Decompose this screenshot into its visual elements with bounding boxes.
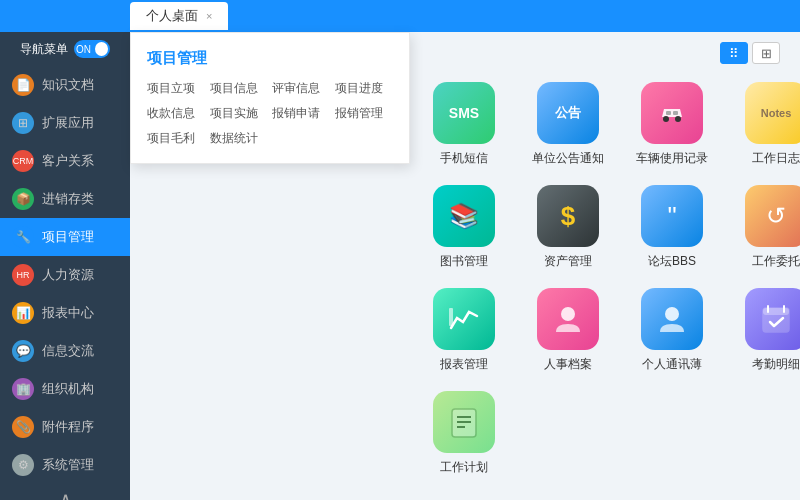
sidebar-collapse-arrow[interactable]: ∧ [0,484,130,500]
app-contacts-label: 个人通讯薄 [642,356,702,373]
tab-close-icon[interactable]: × [206,10,212,22]
sidebar-label-inventory: 进销存类 [42,190,94,208]
app-sms[interactable]: SMS 手机短信 [420,82,508,167]
sidebar-item-system[interactable]: ⚙ 系统管理 [0,446,130,484]
dropdown-link-评审[interactable]: 评审信息 [272,80,331,97]
app-notes[interactable]: Notes 工作日志 [732,82,800,167]
hr-icon: HR [12,264,34,286]
knowledge-icon: 📄 [12,74,34,96]
app-bbs-label: 论坛BBS [648,253,696,270]
content-area: 项目管理 项目立项 项目信息 评审信息 项目进度 收款信息 项目实施 报销申请 … [130,32,800,500]
dropdown-title: 项目管理 [147,49,393,68]
app-announce[interactable]: 公告 单位公告通知 [524,82,612,167]
org-icon: 🏢 [12,378,34,400]
sidebar-item-crm[interactable]: CRM 客户关系 [0,142,130,180]
app-assets-label: 资产管理 [544,253,592,270]
inventory-icon: 📦 [12,188,34,210]
hr-app-icon [537,288,599,350]
dropdown-link-实施[interactable]: 项目实施 [210,105,269,122]
sidebar-label-hr: 人力资源 [42,266,94,284]
sidebar-label-knowledge: 知识文档 [42,76,94,94]
dropdown-link-收款[interactable]: 收款信息 [147,105,206,122]
app-library[interactable]: 📚 图书管理 [420,185,508,270]
contacts-icon [641,288,703,350]
app-report-label: 报表管理 [440,356,488,373]
sidebar-item-knowledge[interactable]: 📄 知识文档 [0,66,130,104]
app-hr[interactable]: 人事档案 [524,288,612,373]
dropdown-link-数据[interactable]: 数据统计 [210,130,269,147]
grid-view-button[interactable]: ⊞ [752,42,780,64]
app-car-label: 车辆使用记录 [636,150,708,167]
sidebar-label-addon: 附件程序 [42,418,94,436]
svg-point-6 [561,307,575,321]
list-view-button[interactable]: ⠿ [720,42,748,64]
dropdown-link-进度[interactable]: 项目进度 [335,80,394,97]
library-icon: 📚 [433,185,495,247]
delegate-icon: ↺ [745,185,800,247]
system-icon: ⚙ [12,454,34,476]
top-bar: 个人桌面 × [0,0,800,32]
app-notes-label: 工作日志 [752,150,800,167]
grid-view-icon: ⊞ [761,46,772,61]
list-view-icon: ⠿ [729,46,739,61]
sidebar-item-org[interactable]: 🏢 组织机构 [0,370,130,408]
report-icon: 📊 [12,302,34,324]
app-report[interactable]: 报表管理 [420,288,508,373]
tab-label: 个人桌面 [146,7,198,25]
expand-icon: ⊞ [12,112,34,134]
app-plan[interactable]: 工作计划 [420,391,508,476]
app-delegate[interactable]: ↺ 工作委托 [732,185,800,270]
crm-icon: CRM [12,150,34,172]
dropdown-link-立项[interactable]: 项目立项 [147,80,206,97]
app-contacts[interactable]: 个人通讯薄 [628,288,716,373]
app-plan-label: 工作计划 [440,459,488,476]
svg-rect-5 [449,308,453,326]
sms-icon: SMS [433,82,495,144]
report-app-icon [433,288,495,350]
announce-icon: 公告 [537,82,599,144]
view-toggle: ⠿ ⊞ [720,42,780,64]
sidebar-label-org: 组织机构 [42,380,94,398]
app-car[interactable]: 车辆使用记录 [628,82,716,167]
toggle-on-label: ON [76,44,91,55]
toggle-knob [95,42,108,56]
svg-rect-3 [666,111,671,115]
dropdown-link-信息[interactable]: 项目信息 [210,80,269,97]
view-toggle-container: ⠿ ⊞ [720,42,780,76]
svg-point-7 [665,307,679,321]
bbs-icon: " [641,185,703,247]
app-delegate-label: 工作委托 [752,253,800,270]
app-sms-label: 手机短信 [440,150,488,167]
svg-rect-9 [763,308,789,315]
sidebar-item-inventory[interactable]: 📦 进销存类 [0,180,130,218]
tab-desktop[interactable]: 个人桌面 × [130,2,228,30]
sidebar-item-hr[interactable]: HR 人力资源 [0,256,130,294]
dropdown-link-报销申请[interactable]: 报销申请 [272,105,331,122]
dropdown-link-毛利[interactable]: 项目毛利 [147,130,206,147]
toggle-switch[interactable]: ON [74,40,110,58]
sidebar-item-addon[interactable]: 📎 附件程序 [0,408,130,446]
app-assets[interactable]: $ 资产管理 [524,185,612,270]
sidebar-item-project[interactable]: 🔧 项目管理 [0,218,130,256]
app-announce-label: 单位公告通知 [532,150,604,167]
sidebar-label-crm: 客户关系 [42,152,94,170]
nav-toggle: 导航菜单 ON [20,40,110,58]
info-icon: 💬 [12,340,34,362]
sidebar-label-system: 系统管理 [42,456,94,474]
app-attend[interactable]: 考勤明细 [732,288,800,373]
svg-point-1 [663,116,669,122]
app-attend-label: 考勤明细 [752,356,800,373]
sidebar: 导航菜单 ON 📄 知识文档 ⊞ 扩展应用 CRM 客户关系 📦 进销存类 🔧 … [0,32,130,500]
project-icon: 🔧 [12,226,34,248]
sidebar-bottom: ∧ 🏠 ‹ [0,484,130,500]
dropdown-grid: 项目立项 项目信息 评审信息 项目进度 收款信息 项目实施 报销申请 报销管理 … [147,80,393,147]
dropdown-link-报销管理[interactable]: 报销管理 [335,105,394,122]
sidebar-item-expand[interactable]: ⊞ 扩展应用 [0,104,130,142]
app-bbs[interactable]: " 论坛BBS [628,185,716,270]
nav-toggle-label: 导航菜单 [20,41,68,58]
plan-icon [433,391,495,453]
sidebar-item-report[interactable]: 📊 报表中心 [0,294,130,332]
assets-icon: $ [537,185,599,247]
sidebar-item-info[interactable]: 💬 信息交流 [0,332,130,370]
attend-icon [745,288,800,350]
